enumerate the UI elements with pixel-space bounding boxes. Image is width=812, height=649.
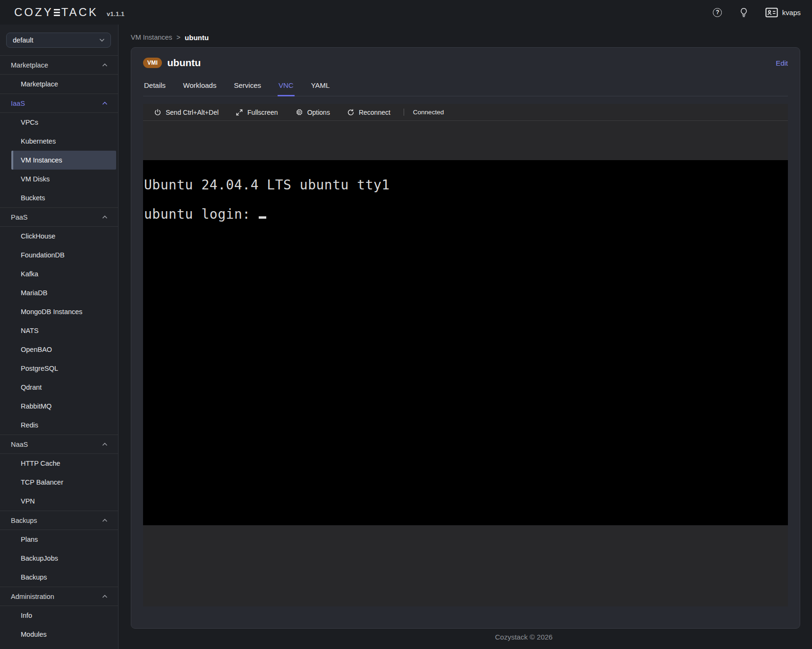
sidebar-item-redis[interactable]: Redis [0,416,118,435]
user-menu[interactable]: kvaps [765,8,801,17]
toolbar-divider [404,109,404,116]
sidebar-group-backups[interactable]: Backups [0,511,118,530]
sidebar-item-rabbitmq[interactable]: RabbitMQ [0,397,118,416]
terminal-cursor [259,216,266,219]
sidebar-item-info[interactable]: Info [0,606,118,625]
edit-button[interactable]: Edit [776,59,788,67]
footer-copyright: Cozystack © 2026 [177,629,812,641]
console-login-prompt: ubuntu login: [144,207,788,222]
vnc-panel: Send Ctrl+Alt+Del Fullscreen [143,104,788,606]
tab-details[interactable]: Details [143,81,167,96]
theme-toggle-button[interactable] [739,7,749,17]
sidebar-item-kafka[interactable]: Kafka [0,265,118,283]
lightbulb-icon [739,8,748,17]
tab-bar: Details Workloads Services VNC YAML [143,81,788,96]
sidebar-item-vm-instances[interactable]: VM Instances [11,151,116,170]
vnc-toolbar: Send Ctrl+Alt+Del Fullscreen [143,104,788,121]
chevron-down-icon [99,38,105,42]
logo[interactable]: COZYTACK v1.1.1 [14,6,125,19]
fullscreen-button[interactable]: Fullscreen [236,109,278,116]
breadcrumb-separator: > [177,34,180,41]
sidebar-item-vpn[interactable]: VPN [0,492,118,511]
tab-vnc[interactable]: VNC [278,81,295,96]
chevron-up-icon [102,63,108,67]
sidebar-group-naas[interactable]: NaaS [0,435,118,454]
sidebar-item-openbao[interactable]: OpenBAO [0,340,118,359]
reconnect-button[interactable]: Reconnect [347,109,390,116]
tab-services[interactable]: Services [233,81,262,96]
sidebar-group-marketplace[interactable]: Marketplace [0,55,118,75]
breadcrumb-current: ubuntu [185,34,209,42]
chevron-up-icon [102,215,108,219]
app-version: v1.1.1 [107,10,125,17]
sidebar-item-kubernetes[interactable]: Kubernetes [0,132,118,151]
topbar-actions: ? kvaps [712,7,801,17]
sidebar-nav: Marketplace Marketplace IaaS VPCs Kubern… [0,55,118,644]
project-select-value: default [13,36,34,44]
sidebar-item-foundationdb[interactable]: FoundationDB [0,246,118,265]
vmi-badge: VMI [143,58,162,68]
chevron-up-icon [102,519,108,522]
sidebar-item-backupjobs[interactable]: BackupJobs [0,549,118,568]
sidebar-item-qdrant[interactable]: Qdrant [0,378,118,397]
chevron-up-icon [102,595,108,598]
power-icon [154,109,161,116]
send-ctrl-alt-del-button[interactable]: Send Ctrl+Alt+Del [154,109,219,116]
help-button[interactable]: ? [712,7,723,17]
logo-text: COZYTACK [14,6,98,19]
sidebar-item-mariadb[interactable]: MariaDB [0,283,118,302]
console-line-1: Ubuntu 24.04.4 LTS ubuntu tty1 [144,178,788,192]
fullscreen-icon [236,109,243,116]
sidebar-group-administration[interactable]: Administration [0,587,118,606]
sidebar-item-tcp-balancer[interactable]: TCP Balancer [0,473,118,492]
main-content: VM Instances > ubuntu VMI ubuntu Edit De… [118,25,812,649]
tab-workloads[interactable]: Workloads [182,81,218,96]
connection-status: Connected [413,109,444,116]
chevron-up-icon [102,443,108,446]
tab-yaml[interactable]: YAML [310,81,331,96]
vnc-screen-area: Ubuntu 24.04.4 LTS ubuntu tty1 ubuntu lo… [143,160,788,606]
sidebar-item-plans[interactable]: Plans [0,530,118,549]
sidebar-item-nats[interactable]: NATS [0,321,118,340]
reload-icon [347,109,355,116]
sidebar-item-postgresql[interactable]: PostgreSQL [0,359,118,378]
sidebar-item-buckets[interactable]: Buckets [0,188,118,207]
sidebar-item-http-cache[interactable]: HTTP Cache [0,454,118,473]
vnc-console[interactable]: Ubuntu 24.04.4 LTS ubuntu tty1 ubuntu lo… [143,160,788,525]
sidebar: default Marketplace Marketplace IaaS VPC… [0,25,118,649]
card-header: VMI ubuntu Edit [143,57,788,68]
help-circle-icon: ? [713,8,722,17]
vm-detail-card: VMI ubuntu Edit Details Workloads Servic… [131,47,800,629]
username: kvaps [782,9,801,17]
gear-icon [295,108,303,116]
page-title: ubuntu [167,57,201,68]
user-card-icon [765,8,778,17]
sidebar-item-backups[interactable]: Backups [0,568,118,587]
app-root: COZYTACK v1.1.1 ? [0,0,812,649]
logo-xi-glyph [54,9,60,16]
sidebar-item-modules[interactable]: Modules [0,625,118,644]
sidebar-group-paas[interactable]: PaaS [0,207,118,227]
sidebar-item-vpcs[interactable]: VPCs [0,113,118,132]
sidebar-item-vm-disks[interactable]: VM Disks [0,170,118,188]
sidebar-group-iaas[interactable]: IaaS [0,94,118,113]
project-select[interactable]: default [6,33,111,48]
chevron-up-icon [102,102,108,105]
breadcrumb-vm-instances[interactable]: VM Instances [131,34,172,41]
sidebar-item-clickhouse[interactable]: ClickHouse [0,227,118,246]
sidebar-item-marketplace[interactable]: Marketplace [0,75,118,94]
options-button[interactable]: Options [295,108,330,116]
breadcrumb: VM Instances > ubuntu [131,31,812,44]
topbar: COZYTACK v1.1.1 ? [0,0,812,25]
sidebar-item-mongodb-instances[interactable]: MongoDB Instances [0,302,118,321]
